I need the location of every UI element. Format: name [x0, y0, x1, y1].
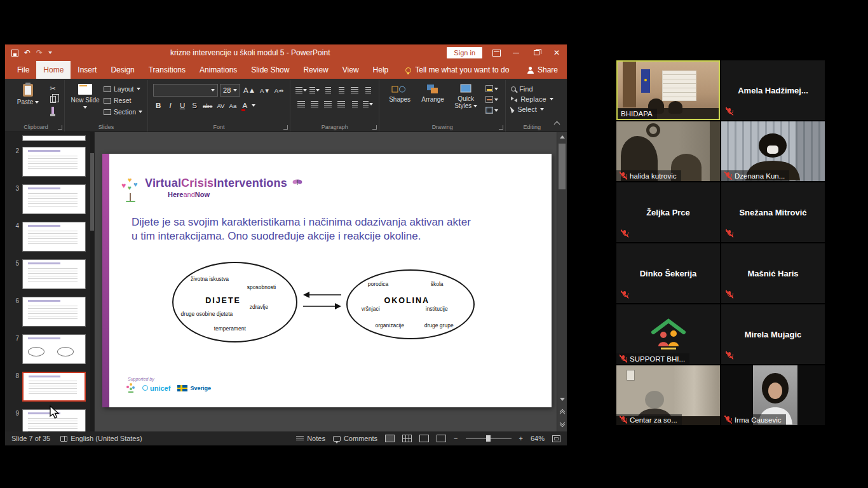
tell-me-box[interactable]: Tell me what you want to do	[405, 61, 509, 79]
minimize-button[interactable]	[506, 44, 526, 61]
undo-icon[interactable]: ↶	[24, 49, 31, 57]
redo-icon[interactable]: ↷	[36, 49, 43, 57]
numbering-button[interactable]	[309, 85, 320, 95]
fit-slide-to-window-button[interactable]	[552, 435, 560, 442]
tab-help[interactable]: Help	[366, 61, 396, 79]
line-spacing-button[interactable]	[349, 85, 360, 95]
underline-button[interactable]: U	[177, 100, 187, 111]
slide-sorter-view-button[interactable]	[402, 435, 412, 442]
zoom-out-button[interactable]: −	[454, 435, 458, 442]
qat-customize-icon[interactable]	[48, 51, 52, 54]
next-slide-button[interactable]	[557, 420, 567, 429]
tab-insert[interactable]: Insert	[71, 61, 104, 79]
participant-tile-dinko[interactable]: Dinko Šekerija	[616, 243, 720, 303]
participant-tile-centar[interactable]: Centar za so...	[616, 365, 720, 425]
paste-button[interactable]: Paste	[13, 82, 43, 105]
share-button[interactable]: Share	[527, 61, 567, 79]
zoom-in-button[interactable]: +	[519, 435, 523, 442]
restore-button[interactable]	[526, 44, 546, 61]
slide-thumbnail-3[interactable]: 3	[10, 184, 86, 214]
scroll-up-button[interactable]	[557, 132, 567, 141]
previous-slide-button[interactable]	[557, 407, 567, 416]
font-name-combo[interactable]	[153, 84, 218, 97]
language-indicator[interactable]: English (United States)	[60, 435, 142, 442]
tab-view[interactable]: View	[336, 61, 366, 79]
normal-view-button[interactable]	[385, 435, 395, 442]
slideshow-view-button[interactable]	[437, 435, 446, 442]
bold-button[interactable]: B	[153, 100, 163, 111]
clipboard-dialog-launcher[interactable]	[58, 125, 62, 130]
slide-thumbnail-1-partial[interactable]	[22, 135, 86, 141]
quick-styles-button[interactable]: Quick Styles	[451, 82, 481, 109]
tab-file[interactable]: File	[10, 61, 36, 79]
close-button[interactable]: ✕	[546, 44, 567, 61]
text-direction-button[interactable]	[362, 85, 374, 95]
tab-home[interactable]: Home	[36, 61, 71, 79]
participant-tile-support[interactable]: SUPPORT BHI...	[616, 304, 720, 364]
participant-tile-bhidapa[interactable]: BHIDAPA	[616, 60, 720, 120]
layout-button[interactable]: Layout	[104, 85, 142, 93]
participant-tile-halida[interactable]: halida kutrovic	[616, 121, 720, 181]
columns-button[interactable]	[349, 98, 360, 109]
find-button[interactable]: Find	[511, 85, 553, 93]
collapse-ribbon-button[interactable]	[552, 119, 562, 128]
clear-formatting-button[interactable]: A⇏	[273, 85, 285, 96]
bullets-button[interactable]	[295, 85, 307, 95]
font-size-combo[interactable]: 28	[220, 84, 240, 97]
replace-button[interactable]: Replace	[511, 95, 553, 103]
participant-tile-irma[interactable]: Irma Causevic	[721, 365, 825, 425]
strikethrough-button[interactable]: abc	[201, 100, 214, 111]
zoom-slider-thumb[interactable]	[486, 435, 491, 442]
zoom-level[interactable]: 64%	[531, 435, 545, 442]
format-painter-button[interactable]	[51, 107, 54, 114]
slide-thumbnail-9[interactable]: 9	[10, 409, 86, 431]
ribbon-display-options-icon[interactable]	[492, 50, 501, 57]
align-center-button[interactable]	[309, 98, 320, 109]
align-right-button[interactable]	[322, 98, 334, 109]
decrease-font-button[interactable]: A▼	[259, 85, 271, 96]
drawing-dialog-launcher[interactable]	[499, 125, 503, 130]
shape-fill-button[interactable]	[485, 85, 498, 92]
participant-tile-snezana[interactable]: Snežana Mitrović	[721, 182, 825, 242]
notes-button[interactable]: Notes	[296, 435, 325, 442]
scrollbar-thumb[interactable]	[90, 153, 94, 231]
slide-thumbnail-8-selected[interactable]: 8	[10, 372, 86, 402]
select-button[interactable]: Select	[511, 105, 553, 113]
participant-tile-dzenana[interactable]: Dzenana Kun...	[721, 121, 825, 181]
font-dialog-launcher[interactable]	[283, 125, 288, 130]
slide-thumbnail-6[interactable]: 6	[10, 297, 86, 327]
increase-indent-button[interactable]	[336, 85, 347, 95]
reading-view-button[interactable]	[419, 435, 429, 442]
new-slide-button[interactable]: New Slide	[70, 82, 100, 111]
shape-effects-button[interactable]	[485, 107, 498, 114]
comments-button[interactable]: Comments	[333, 435, 377, 442]
paragraph-dialog-launcher[interactable]	[372, 125, 377, 130]
font-color-button[interactable]: A	[240, 100, 250, 111]
shapes-button[interactable]: Shapes	[384, 82, 415, 103]
vertical-scrollbar[interactable]	[557, 132, 567, 431]
scroll-down-button[interactable]	[557, 395, 567, 403]
increase-font-button[interactable]: A▲	[242, 85, 257, 96]
tab-animations[interactable]: Animations	[193, 61, 244, 79]
tab-review[interactable]: Review	[296, 61, 335, 79]
zoom-slider[interactable]	[466, 438, 512, 439]
sign-in-button[interactable]: Sign in	[447, 47, 482, 58]
copy-button[interactable]	[50, 96, 56, 103]
cut-button[interactable]: ✂	[50, 85, 55, 92]
section-button[interactable]: Section	[104, 107, 142, 116]
arrange-button[interactable]: Arrange	[417, 82, 448, 103]
participant-tile-masnic[interactable]: Mašnić Haris	[721, 243, 825, 303]
character-spacing-button[interactable]: AV	[215, 100, 226, 111]
participant-tile-mirela[interactable]: Mirela Mujagic	[721, 304, 825, 364]
reset-button[interactable]: Reset	[104, 96, 142, 105]
slide-canvas[interactable]: ♥ ♥ ♥ ♥ VirtualCrisisInterventions Herea…	[102, 154, 552, 407]
tab-slide-show[interactable]: Slide Show	[244, 61, 296, 79]
shape-outline-button[interactable]	[485, 96, 498, 103]
tab-design[interactable]: Design	[104, 61, 141, 79]
decrease-indent-button[interactable]	[322, 85, 334, 95]
align-text-button[interactable]	[362, 98, 374, 109]
italic-button[interactable]: I	[165, 100, 175, 111]
scrollbar-thumb[interactable]	[559, 144, 566, 189]
slide-thumbnail-2[interactable]: 2	[10, 147, 86, 177]
slide-thumbnail-7[interactable]: 7	[10, 334, 86, 364]
